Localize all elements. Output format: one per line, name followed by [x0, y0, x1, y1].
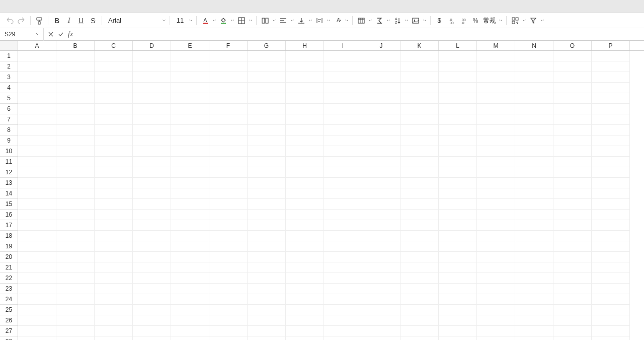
cell[interactable]	[248, 114, 286, 125]
cell[interactable]	[400, 93, 439, 104]
cell[interactable]	[400, 252, 439, 262]
cell[interactable]	[56, 167, 95, 178]
cell[interactable]	[592, 93, 630, 104]
cell[interactable]	[553, 210, 592, 220]
column-header[interactable]: K	[400, 41, 439, 50]
cell[interactable]	[553, 241, 592, 252]
cell[interactable]	[553, 104, 592, 114]
font-size-dropdown[interactable]	[188, 19, 193, 23]
cell[interactable]	[171, 125, 209, 135]
cell[interactable]	[553, 305, 592, 315]
cell[interactable]	[56, 315, 95, 326]
row-header[interactable]: 10	[0, 146, 18, 157]
cell[interactable]	[286, 252, 324, 262]
cell[interactable]	[171, 220, 209, 231]
cell[interactable]	[553, 178, 592, 188]
column-header[interactable]: H	[286, 41, 324, 50]
cell[interactable]	[248, 326, 286, 336]
cell[interactable]	[171, 178, 209, 188]
cell[interactable]	[248, 157, 286, 167]
cell[interactable]	[477, 72, 515, 83]
cell[interactable]	[324, 252, 362, 262]
cell[interactable]	[171, 114, 209, 125]
accept-formula-button[interactable]	[56, 29, 66, 40]
cell[interactable]	[553, 273, 592, 284]
cell[interactable]	[18, 252, 56, 262]
cell[interactable]	[95, 104, 133, 114]
cell[interactable]	[56, 326, 95, 336]
sort-dropdown[interactable]	[404, 19, 409, 23]
cell[interactable]	[477, 220, 515, 231]
cell[interactable]	[133, 315, 171, 326]
row-header[interactable]: 12	[0, 167, 18, 178]
row-header[interactable]: 13	[0, 178, 18, 188]
cell[interactable]	[592, 167, 630, 178]
cell[interactable]	[400, 188, 439, 199]
cell[interactable]	[171, 273, 209, 284]
cell[interactable]	[286, 135, 324, 146]
cell[interactable]	[515, 326, 553, 336]
cell[interactable]	[515, 125, 553, 135]
cell[interactable]	[56, 93, 95, 104]
cell[interactable]	[171, 83, 209, 93]
cell[interactable]	[95, 284, 133, 294]
column-header[interactable]: J	[362, 41, 400, 50]
cell[interactable]	[18, 188, 56, 199]
cell[interactable]	[209, 294, 248, 305]
cell[interactable]	[18, 315, 56, 326]
cell[interactable]	[477, 210, 515, 220]
borders-dropdown[interactable]	[248, 19, 253, 23]
cell[interactable]	[133, 157, 171, 167]
cell[interactable]	[133, 231, 171, 241]
cells-area[interactable]	[18, 51, 644, 340]
cell[interactable]	[439, 231, 477, 241]
cell[interactable]	[515, 199, 553, 210]
font-color-dropdown[interactable]	[212, 19, 217, 23]
cell[interactable]	[553, 199, 592, 210]
cell[interactable]	[95, 125, 133, 135]
cell[interactable]	[95, 273, 133, 284]
cell[interactable]	[362, 210, 400, 220]
cell[interactable]	[209, 83, 248, 93]
cell[interactable]	[133, 83, 171, 93]
cell[interactable]	[400, 326, 439, 336]
cell[interactable]	[171, 188, 209, 199]
cell[interactable]	[18, 83, 56, 93]
cell[interactable]	[95, 241, 133, 252]
cell[interactable]	[248, 146, 286, 157]
cell[interactable]	[515, 336, 553, 340]
cell[interactable]	[477, 51, 515, 61]
cell[interactable]	[477, 135, 515, 146]
cell[interactable]	[56, 241, 95, 252]
row-header[interactable]: 15	[0, 199, 18, 210]
cell[interactable]	[209, 61, 248, 72]
cell[interactable]	[18, 104, 56, 114]
cell[interactable]	[56, 273, 95, 284]
cell[interactable]	[477, 305, 515, 315]
cell[interactable]	[324, 188, 362, 199]
cell[interactable]	[95, 114, 133, 125]
cell[interactable]	[477, 167, 515, 178]
cell[interactable]	[95, 220, 133, 231]
cell[interactable]	[133, 178, 171, 188]
cell[interactable]	[133, 61, 171, 72]
cell[interactable]	[324, 336, 362, 340]
cell[interactable]	[400, 167, 439, 178]
cell[interactable]	[362, 125, 400, 135]
cell[interactable]	[477, 93, 515, 104]
cell[interactable]	[324, 220, 362, 231]
cell[interactable]	[248, 336, 286, 340]
cell[interactable]	[324, 305, 362, 315]
cell[interactable]	[171, 93, 209, 104]
cell[interactable]	[477, 199, 515, 210]
fill-color-dropdown[interactable]	[230, 19, 235, 23]
cell[interactable]	[515, 146, 553, 157]
cell[interactable]	[553, 157, 592, 167]
cell[interactable]	[439, 61, 477, 72]
cell[interactable]	[592, 178, 630, 188]
cell[interactable]	[324, 61, 362, 72]
cell[interactable]	[286, 61, 324, 72]
cell[interactable]	[439, 114, 477, 125]
row-header[interactable]: 18	[0, 231, 18, 241]
cell[interactable]	[18, 125, 56, 135]
